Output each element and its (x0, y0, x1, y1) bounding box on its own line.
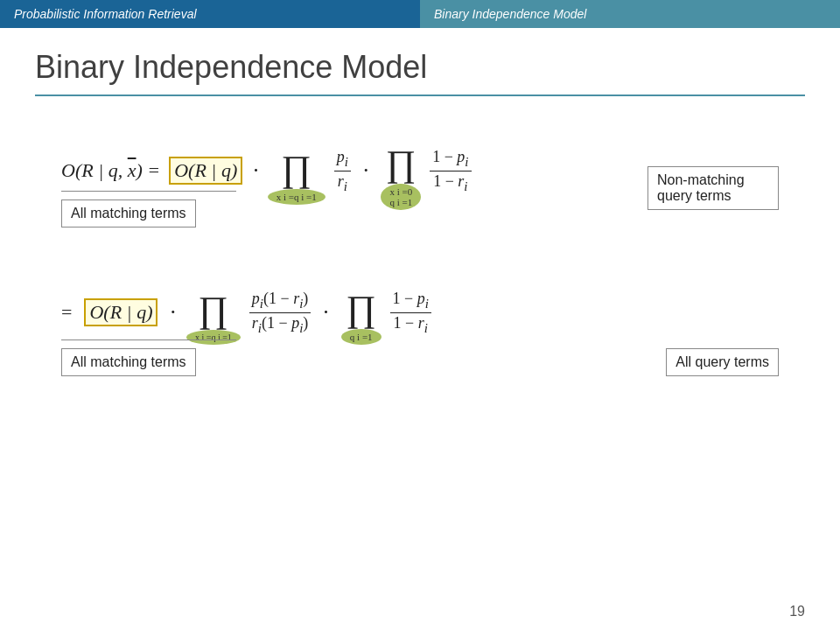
eq1-left-line (61, 191, 236, 192)
page-title: Binary Independence Model (35, 49, 805, 86)
header: Probabilistic Information Retrieval Bina… (0, 0, 840, 28)
title-underline (35, 94, 805, 96)
eq2-prod1: x ∏ x i =q i =1 (186, 281, 241, 345)
eq1-prod1-label: x i =q i =1 (268, 189, 326, 205)
eq1-orq-box: O(R | q) (169, 157, 242, 185)
eq1-prod2-label: x i =0 q i =1 (381, 184, 421, 210)
eq2-left-line (61, 340, 236, 340)
equation-2: = O(R | q) · x ∏ x i =q i =1 pi(1 − ri) … (35, 280, 805, 345)
eq2-math: = O(R | q) · x ∏ x i =q i =1 pi(1 − ri) … (61, 280, 805, 345)
eq2-frac2: 1 − pi 1 − ri (390, 290, 431, 335)
equation-1: O(R | q, x) = O(R | q) · x ∏ x i =q i =1… (35, 131, 805, 210)
eq2-prod2-label: q i =1 (341, 329, 382, 345)
eq2-prod1-label: x i =q i =1 (186, 330, 241, 345)
eq2-left-annotation: All matching terms (61, 348, 196, 376)
eq1-prod2: x ∏ x i =0 q i =1 (381, 131, 421, 210)
header-left: Probabilistic Information Retrieval (0, 0, 420, 28)
eq2-orq-box: O(R | q) (84, 298, 158, 326)
eq1-frac1: pi ri (334, 148, 351, 193)
header-left-label: Probabilistic Information Retrieval (14, 7, 197, 21)
eq2-prod2: x ∏ q i =1 (341, 280, 382, 345)
page-number: 19 (789, 604, 805, 620)
eq1-frac2: 1 − pi 1 − ri (430, 148, 471, 193)
eq1-right-annotation: Non-matching query terms (648, 166, 779, 210)
header-right-label: Binary Independence Model (434, 7, 586, 21)
content: O(R | q, x) = O(R | q) · x ∏ x i =q i =1… (0, 114, 840, 424)
eq2-frac1: pi(1 − ri) ri(1 − pi) (249, 290, 312, 335)
eq1-lhs: O(R | q, x) = (61, 159, 160, 182)
eq2-right-annotation: All query terms (666, 348, 779, 376)
eq1-left-annotation: All matching terms (61, 200, 196, 228)
header-right: Binary Independence Model (420, 0, 840, 28)
eq1-prod1: x ∏ x i =q i =1 (268, 136, 326, 205)
